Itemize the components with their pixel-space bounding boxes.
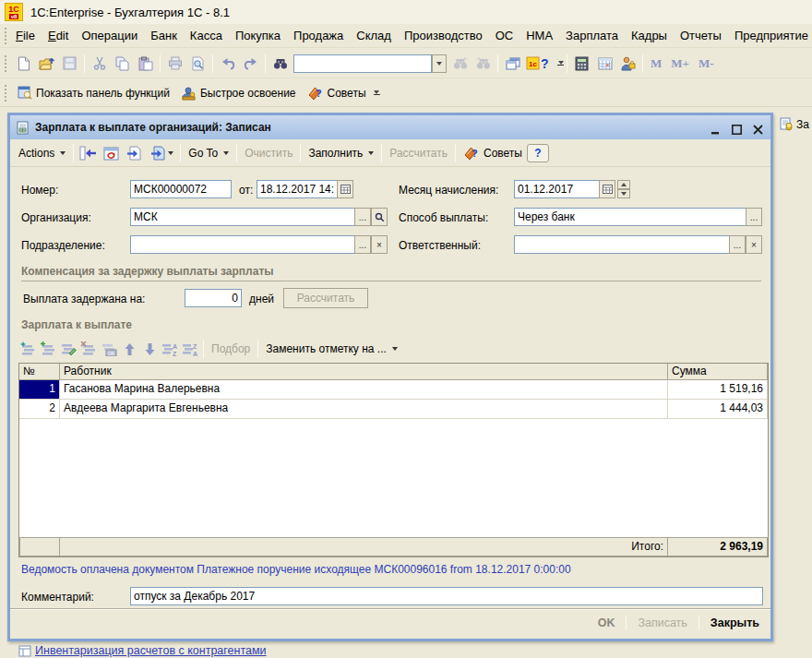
show-function-panel-button[interactable]: Показать панель функций bbox=[12, 84, 175, 102]
copy-icon[interactable] bbox=[111, 53, 134, 75]
tips-button[interactable]: ? Советы bbox=[302, 84, 372, 102]
move-down-icon[interactable] bbox=[139, 339, 160, 359]
organization-field[interactable] bbox=[130, 208, 355, 226]
copy-document-menu-icon[interactable] bbox=[146, 142, 177, 164]
column-header-employee[interactable]: Работник bbox=[60, 364, 668, 380]
memory-subtract-button[interactable]: M- bbox=[694, 56, 719, 71]
month-calendar-button[interactable] bbox=[599, 180, 615, 198]
compensation-calculate-button[interactable]: Рассчитать bbox=[283, 288, 368, 308]
menu-bank[interactable]: Банк bbox=[144, 26, 184, 45]
toolbar-overflow-button[interactable] bbox=[374, 90, 380, 96]
menu-nma[interactable]: НМА bbox=[519, 26, 559, 45]
menu-reports[interactable]: Отчеты bbox=[674, 26, 728, 45]
redo-icon[interactable] bbox=[239, 53, 262, 75]
organization-open-button[interactable] bbox=[371, 208, 388, 226]
menu-os[interactable]: ОС bbox=[489, 26, 520, 45]
menu-operations[interactable]: Операции bbox=[75, 26, 144, 45]
delete-row-icon[interactable] bbox=[78, 339, 99, 359]
write-button[interactable]: Записать bbox=[632, 614, 692, 632]
date-field[interactable] bbox=[257, 180, 338, 198]
paste-icon[interactable] bbox=[134, 53, 157, 75]
responsible-field[interactable] bbox=[514, 235, 730, 254]
minimize-button[interactable] bbox=[708, 121, 722, 135]
employee-cell[interactable]: Авдеева Маргарита Евгеньевна bbox=[60, 400, 668, 419]
responsible-select-button[interactable]: ... bbox=[729, 235, 746, 254]
comment-field[interactable] bbox=[130, 587, 763, 605]
quick-learn-button[interactable]: Быстрое освоение bbox=[175, 84, 302, 102]
print-preview-icon[interactable] bbox=[186, 53, 209, 75]
dialog-titlebar[interactable]: Зарплата к выплате организаций: Записан bbox=[10, 115, 770, 139]
find-icon[interactable] bbox=[269, 53, 292, 75]
menu-file[interactable]: File bbox=[9, 26, 42, 45]
toolbar-grip[interactable] bbox=[5, 55, 9, 72]
menu-production[interactable]: Производство bbox=[398, 26, 489, 45]
pay-method-field[interactable] bbox=[514, 208, 746, 226]
department-select-button[interactable]: ... bbox=[354, 235, 371, 254]
open-icon[interactable] bbox=[35, 53, 58, 75]
row-number-cell[interactable]: 1 bbox=[19, 380, 60, 400]
calculator-icon[interactable] bbox=[570, 53, 593, 75]
refresh-icon[interactable] bbox=[100, 142, 123, 164]
paid-note-link[interactable]: Ведомость оплачена документом Платежное … bbox=[21, 563, 571, 576]
menu-enterprise[interactable]: Предприятие bbox=[728, 26, 812, 45]
inventory-link[interactable]: Инвентаризация расчетов с контрагентами bbox=[35, 644, 267, 657]
copy-document-icon[interactable] bbox=[123, 142, 146, 164]
sort-desc-icon[interactable]: ZA bbox=[180, 339, 200, 359]
table-row[interactable]: 1 Гасанова Марина Валерьевна 1 519,16 bbox=[19, 380, 768, 400]
help-button[interactable]: ? bbox=[527, 144, 549, 162]
pick-button[interactable]: Подбор bbox=[207, 342, 255, 355]
department-clear-button[interactable]: × bbox=[371, 235, 388, 254]
confirm-row-icon[interactable]: OK bbox=[99, 339, 119, 359]
spinner-up-button[interactable] bbox=[617, 180, 630, 189]
memory-recall-button[interactable]: M bbox=[646, 56, 666, 71]
help-1c-icon[interactable]: 1c? bbox=[524, 53, 555, 75]
actions-menu-button[interactable]: Actions bbox=[14, 145, 70, 162]
menu-salary[interactable]: Зарплата bbox=[559, 26, 625, 45]
background-window-tab[interactable]: За bbox=[779, 117, 812, 131]
maximize-button[interactable] bbox=[729, 121, 744, 135]
menu-cash[interactable]: Касса bbox=[184, 26, 229, 45]
delay-days-field[interactable] bbox=[185, 289, 242, 307]
memory-add-button[interactable]: M+ bbox=[666, 56, 694, 71]
go-to-menu-button[interactable]: Go To bbox=[184, 145, 233, 162]
back-icon[interactable] bbox=[77, 142, 100, 164]
menu-warehouse[interactable]: Склад bbox=[350, 26, 398, 45]
calendar-icon[interactable] bbox=[593, 53, 616, 75]
ok-button[interactable]: OK bbox=[592, 614, 621, 632]
print-icon[interactable] bbox=[163, 53, 186, 75]
insert-row-icon[interactable] bbox=[38, 339, 58, 359]
table-row[interactable]: 2 Авдеева Маргарита Евгеньевна 1 444,03 bbox=[19, 400, 768, 419]
menu-hr[interactable]: Кадры bbox=[625, 26, 674, 45]
calculate-button[interactable]: Рассчитать bbox=[385, 145, 452, 162]
organization-select-button[interactable]: ... bbox=[354, 208, 371, 226]
row-number-cell[interactable]: 2 bbox=[19, 400, 60, 419]
column-header-num[interactable]: № bbox=[19, 364, 60, 380]
search-dropdown-button[interactable] bbox=[432, 54, 447, 73]
menu-purchase[interactable]: Покупка bbox=[229, 26, 287, 45]
fill-menu-button[interactable]: Заполнить bbox=[304, 145, 378, 162]
new-document-icon[interactable] bbox=[12, 53, 35, 75]
close-dialog-button[interactable]: Закрыть bbox=[705, 614, 765, 632]
windows-icon[interactable] bbox=[501, 53, 524, 75]
responsible-clear-button[interactable]: × bbox=[746, 235, 762, 254]
spinner-down-button[interactable] bbox=[617, 189, 630, 198]
toolbar-grip[interactable] bbox=[5, 85, 9, 102]
employee-cell[interactable]: Гасанова Марина Валерьевна bbox=[60, 380, 668, 400]
move-up-icon[interactable] bbox=[119, 339, 139, 359]
clear-button[interactable]: Очистить bbox=[240, 145, 297, 162]
close-button[interactable] bbox=[750, 121, 765, 135]
sum-cell[interactable]: 1 519,16 bbox=[668, 380, 768, 400]
user-lock-icon[interactable] bbox=[616, 53, 639, 75]
dialog-tips-button[interactable]: ? Советы bbox=[459, 144, 527, 162]
edit-row-icon[interactable] bbox=[58, 339, 78, 359]
undo-icon[interactable] bbox=[216, 53, 239, 75]
accrual-month-field[interactable] bbox=[514, 180, 600, 198]
find-next-icon[interactable] bbox=[448, 53, 472, 75]
search-input[interactable] bbox=[293, 54, 432, 73]
pay-method-select-button[interactable]: ... bbox=[746, 208, 762, 226]
department-field[interactable] bbox=[130, 235, 355, 254]
month-spinner[interactable] bbox=[617, 180, 630, 198]
toolbar-grip[interactable] bbox=[5, 28, 6, 44]
add-row-icon[interactable] bbox=[18, 339, 38, 359]
column-header-sum[interactable]: Сумма bbox=[668, 364, 768, 380]
